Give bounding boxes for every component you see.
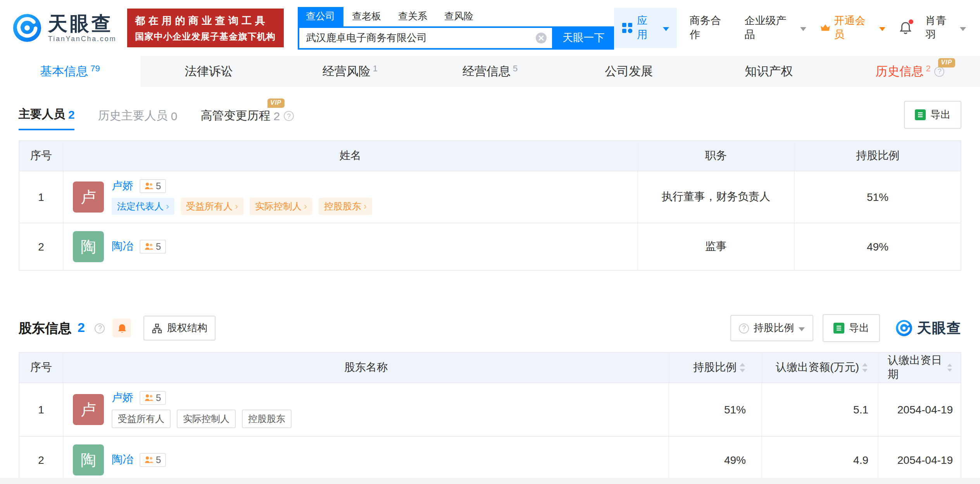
amount-cell: 4.9 bbox=[761, 437, 878, 483]
tab-company-development[interactable]: 公司发展 bbox=[560, 56, 700, 87]
shareholder-table: 序号 股东名称 持股比例 认缴出资额(万元) 认缴出资日期 bbox=[19, 352, 961, 484]
col-header-ratio-sort[interactable]: 持股比例 bbox=[668, 353, 761, 382]
shareholder-section-head: 股东信息 2 股权结构 bbox=[19, 314, 961, 342]
apps-grid-icon bbox=[621, 22, 632, 33]
tab-intellectual-property[interactable]: 知识产权 bbox=[700, 56, 840, 87]
promo-badge: 都在用的商业查询工具 国家中小企业发展子基金旗下机构 bbox=[127, 9, 283, 47]
apps-button[interactable]: 应用 bbox=[614, 8, 676, 48]
partner-count-badge[interactable]: 5 bbox=[140, 391, 166, 405]
clear-icon[interactable] bbox=[535, 31, 547, 44]
tag-controlling-shareholder[interactable]: 控股股东 bbox=[242, 410, 292, 428]
ratio-cell: 49% bbox=[794, 223, 961, 270]
chevron-down-icon bbox=[663, 27, 669, 31]
ratio-cell: 51% bbox=[794, 171, 961, 223]
vip-badge: VIP bbox=[267, 99, 285, 107]
notifications-button[interactable] bbox=[898, 21, 912, 35]
ratio-filter-dropdown[interactable]: 持股比例 bbox=[730, 315, 813, 341]
search-tabs: 查公司 查老板 查关系 查风险 bbox=[297, 7, 614, 26]
row-index: 2 bbox=[19, 437, 63, 483]
col-header-amount-sort[interactable]: 认缴出资额(万元) bbox=[761, 353, 878, 382]
help-icon[interactable] bbox=[935, 66, 945, 76]
notification-dot bbox=[908, 19, 913, 24]
shareholder-count: 2 bbox=[78, 320, 85, 336]
person-cell: 陶 陶冶 bbox=[63, 437, 668, 483]
tag-legal-representative[interactable]: 法定代表人 bbox=[112, 198, 174, 215]
col-header-date-sort[interactable]: 认缴出资日期 bbox=[878, 353, 961, 382]
person-name-link[interactable]: 陶冶 bbox=[112, 453, 133, 467]
table-row: 1 卢 卢娇 bbox=[19, 382, 961, 436]
partner-count-badge[interactable]: 5 bbox=[140, 453, 166, 467]
col-header-no: 序号 bbox=[19, 353, 63, 382]
alert-bell-icon bbox=[117, 323, 127, 333]
help-icon[interactable] bbox=[284, 111, 294, 121]
avatar[interactable]: 陶 bbox=[73, 231, 104, 262]
search-input[interactable] bbox=[297, 26, 553, 49]
person-name-link[interactable]: 卢娇 bbox=[112, 179, 133, 193]
user-menu[interactable]: 肖青羽 bbox=[925, 14, 966, 42]
partner-count-badge[interactable]: 5 bbox=[140, 240, 166, 254]
avatar[interactable]: 陶 bbox=[73, 444, 104, 475]
tab-key-personnel[interactable]: 主要人员2 bbox=[19, 107, 75, 130]
date-cell: 2054-04-19 bbox=[878, 383, 961, 436]
logo-domain: TianYanCha.com bbox=[48, 35, 116, 43]
business-cooperation-link[interactable]: 商务合作 bbox=[690, 14, 732, 42]
tag-actual-controller[interactable]: 实际控制人 bbox=[250, 198, 312, 215]
help-icon bbox=[739, 323, 749, 333]
enterprise-products-link[interactable]: 企业级产品 bbox=[745, 14, 806, 42]
search-area: 查公司 查老板 查关系 查风险 天眼一下 bbox=[297, 7, 614, 49]
table-row: 2 陶 陶冶 bbox=[19, 223, 961, 270]
tianyancha-logo-icon bbox=[12, 13, 42, 43]
col-header-position: 职务 bbox=[637, 141, 794, 171]
username: 肖青羽 bbox=[925, 14, 957, 42]
search-tab-risk[interactable]: 查风险 bbox=[436, 7, 482, 26]
search-button[interactable]: 天眼一下 bbox=[553, 26, 614, 49]
tag-beneficial-owner[interactable]: 受益所有人 bbox=[112, 410, 171, 428]
tag-beneficial-owner[interactable]: 受益所有人 bbox=[181, 198, 243, 215]
tab-historical-personnel[interactable]: 历史主要人员0 bbox=[98, 109, 178, 130]
col-header-shareholder: 股东名称 bbox=[63, 353, 668, 382]
promo-line1: 都在用的商业查询工具 bbox=[135, 14, 276, 28]
avatar[interactable]: 卢 bbox=[73, 394, 104, 425]
search-tab-company[interactable]: 查公司 bbox=[297, 7, 343, 26]
col-header-name: 姓名 bbox=[63, 141, 637, 171]
tianyancha-logo[interactable]: 天眼查 TianYanCha.com bbox=[12, 13, 116, 43]
excel-icon bbox=[833, 323, 844, 334]
staff-section-head: 主要人员2 历史主要人员0 VIP 高管变更历程2 导出 bbox=[19, 101, 961, 130]
position-cell: 监事 bbox=[637, 223, 794, 270]
chevron-down-icon bbox=[800, 27, 806, 31]
tab-legal-proceedings[interactable]: 法律诉讼 bbox=[140, 56, 280, 87]
row-index: 1 bbox=[19, 383, 63, 436]
person-cell: 卢 卢娇 bbox=[63, 383, 668, 436]
person-cell: 卢 卢娇 bbox=[63, 171, 637, 223]
search-tab-boss[interactable]: 查老板 bbox=[343, 7, 390, 26]
help-icon[interactable] bbox=[95, 323, 105, 333]
export-shareholders-button[interactable]: 导出 bbox=[823, 314, 880, 342]
tag-actual-controller[interactable]: 实际控制人 bbox=[177, 410, 236, 428]
tab-basic-info[interactable]: 基本信息79 bbox=[0, 56, 140, 87]
partners-icon bbox=[144, 455, 154, 465]
person-name-link[interactable]: 陶冶 bbox=[112, 240, 133, 254]
page-background-strip bbox=[0, 478, 980, 484]
apps-label: 应用 bbox=[637, 14, 658, 42]
partner-count-badge[interactable]: 5 bbox=[140, 179, 166, 193]
logo-name: 天眼查 bbox=[48, 13, 116, 34]
crown-icon bbox=[820, 23, 831, 33]
main-content: 主要人员2 历史主要人员0 VIP 高管变更历程2 导出 bbox=[0, 101, 980, 484]
tianyancha-logo-icon bbox=[895, 320, 913, 337]
person-name-link[interactable]: 卢娇 bbox=[112, 391, 133, 405]
tag-controlling-shareholder[interactable]: 控股股东 bbox=[319, 198, 372, 215]
equity-structure-icon bbox=[152, 323, 162, 333]
equity-structure-button[interactable]: 股权结构 bbox=[144, 316, 216, 341]
monitor-bell-button[interactable] bbox=[113, 319, 131, 337]
vip-badge: VIP bbox=[938, 58, 955, 67]
search-tab-relation[interactable]: 查关系 bbox=[390, 7, 436, 26]
open-membership-link[interactable]: 开通会员 bbox=[820, 14, 885, 42]
table-row: 2 陶 陶冶 bbox=[19, 436, 961, 483]
tab-history-info[interactable]: VIP 历史信息2 bbox=[840, 56, 980, 87]
tab-operating-risk[interactable]: 经营风险1 bbox=[280, 56, 420, 87]
tab-business-info[interactable]: 经营信息5 bbox=[420, 56, 560, 87]
tab-executive-changes[interactable]: VIP 高管变更历程2 bbox=[200, 109, 294, 130]
avatar[interactable]: 卢 bbox=[73, 182, 104, 213]
export-staff-button[interactable]: 导出 bbox=[904, 101, 961, 129]
partners-icon bbox=[144, 393, 154, 403]
